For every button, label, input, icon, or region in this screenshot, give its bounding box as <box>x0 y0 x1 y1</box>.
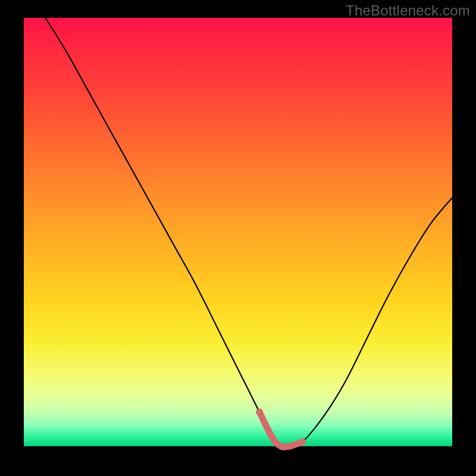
optimal-zone-highlight <box>259 412 302 447</box>
curve-layer <box>24 18 452 446</box>
optimal-zone-dot-left <box>256 408 263 415</box>
optimal-zone-dot-right <box>299 439 306 446</box>
bottleneck-curve <box>24 0 452 447</box>
plot-area <box>24 18 452 446</box>
watermark-text: TheBottleneck.com <box>346 2 470 19</box>
chart-frame: TheBottleneck.com <box>0 0 476 476</box>
